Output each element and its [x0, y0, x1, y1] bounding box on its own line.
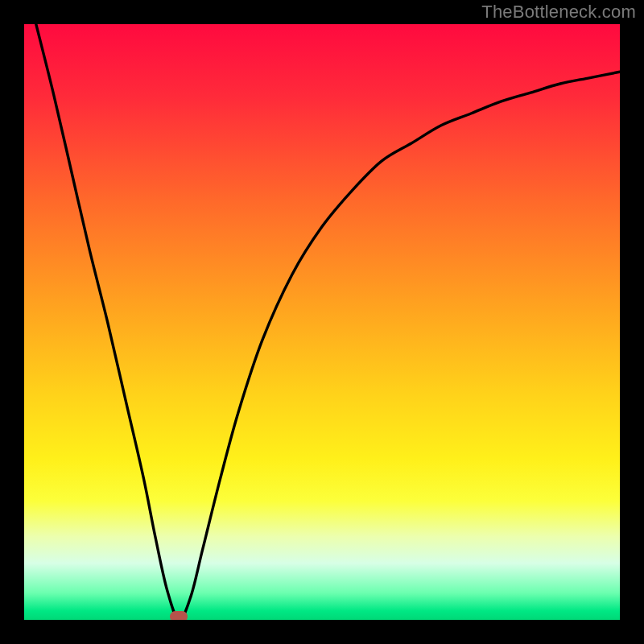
- plot-area: [24, 24, 620, 620]
- bottleneck-curve: [36, 24, 620, 620]
- chart-stage: TheBottleneck.com: [0, 0, 644, 644]
- curve-layer: [24, 24, 620, 620]
- minimum-marker: [170, 611, 188, 620]
- watermark-text: TheBottleneck.com: [481, 2, 636, 23]
